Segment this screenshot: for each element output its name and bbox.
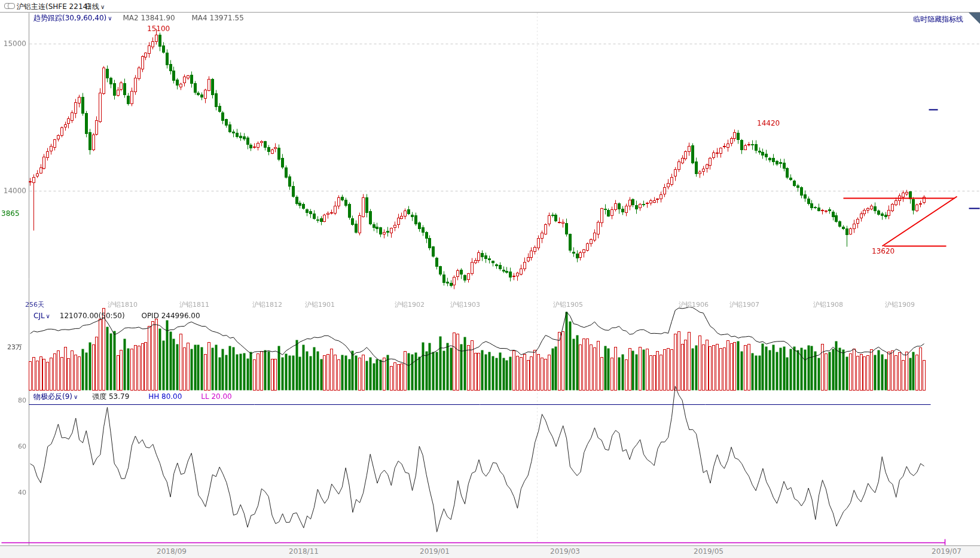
osc-tick-label: 80 bbox=[2, 397, 26, 404]
ma4-value: MA4 13971.55 bbox=[192, 14, 244, 22]
x-axis-contract-label: 沪铝1903 bbox=[450, 300, 480, 309]
chevron-down-icon: ∨ bbox=[108, 15, 112, 22]
date-label: 2019/03 bbox=[550, 547, 580, 556]
x-axis-contract-label: 沪铝1901 bbox=[305, 300, 335, 309]
chevron-down-icon: ∨ bbox=[74, 394, 78, 400]
date-label: 2018/09 bbox=[157, 547, 187, 556]
x-axis-contract-label: 沪铝1906 bbox=[679, 300, 709, 309]
price-indicator-label: 趋势跟踪(30,9,60,40) bbox=[33, 14, 106, 22]
osc-ll: LL 20.00 bbox=[201, 392, 232, 401]
opid-value: OPID 244996.00 bbox=[141, 312, 200, 320]
chart-window: 沪铝主连(SHFE 2214) 日线∨ 趋势跟踪(30,9,60,40)∨ MA… bbox=[0, 0, 980, 558]
link-icon[interactable] bbox=[4, 3, 14, 8]
price-annotation-label: 15100 bbox=[147, 25, 170, 33]
x-axis-contract-label: 沪铝1811 bbox=[179, 300, 209, 309]
x-axis-contract-label: 沪铝1908 bbox=[813, 300, 843, 309]
osc-indicator-selector[interactable]: 物极必反(9)∨ bbox=[33, 392, 78, 401]
osc-indicator-label: 物极必反(9) bbox=[33, 392, 72, 401]
price-annotation-label: 3865 bbox=[1, 209, 20, 218]
title-bar: 沪铝主连(SHFE 2214) 日线∨ bbox=[0, 0, 980, 13]
price-tick-15000: 15000 bbox=[1, 39, 26, 48]
osc-tick-label: 40 bbox=[2, 489, 26, 496]
volume-tick-label: 23万 bbox=[7, 343, 22, 352]
x-axis-contract-label: 沪铝1905 bbox=[553, 300, 583, 309]
date-label: 2019/05 bbox=[694, 547, 723, 556]
osc-hh: HH 80.00 bbox=[148, 392, 182, 401]
osc-pane-header: 物极必反(9)∨ 强度 53.79 HH 80.00 LL 20.00 bbox=[33, 392, 232, 402]
x-axis-contract-label: 沪铝1902 bbox=[395, 300, 425, 309]
volume-value: 121070.00(50:50) bbox=[60, 312, 125, 320]
x-axis-contract-label: 沪铝1812 bbox=[252, 300, 282, 309]
x-axis-contract-label: 沪铝1810 bbox=[108, 300, 138, 309]
date-label: 2019/01 bbox=[420, 547, 450, 556]
instrument-title: 沪铝主连(SHFE 2214) bbox=[17, 2, 90, 12]
date-label: 2018/11 bbox=[289, 547, 319, 556]
period-label: 日线 bbox=[85, 2, 99, 11]
period-selector[interactable]: 日线∨ bbox=[85, 2, 105, 12]
x-axis-contract-label: 沪铝1909 bbox=[885, 300, 915, 309]
price-indicator-selector[interactable]: 趋势跟踪(30,9,60,40)∨ bbox=[33, 14, 112, 22]
date-axis bbox=[0, 545, 980, 558]
date-label: 2019/07 bbox=[932, 547, 961, 556]
price-pane-header: 趋势跟踪(30,9,60,40)∨ MA2 13841.90 MA4 13971… bbox=[33, 13, 244, 23]
chevron-down-icon: ∨ bbox=[100, 4, 105, 10]
ma2-value: MA2 13841.90 bbox=[123, 14, 175, 22]
x-axis-contract-label: 沪铝1907 bbox=[729, 300, 759, 309]
osc-strength: 强度 53.79 bbox=[92, 392, 129, 401]
chart-canvas[interactable] bbox=[0, 0, 980, 558]
volume-indicator-label: CJL bbox=[33, 312, 45, 320]
hide-indicator-link[interactable]: 临时隐藏指标线 bbox=[913, 14, 963, 25]
volume-pane-header: CJL∨ 121070.00(50:50) OPID 244996.00 bbox=[33, 312, 200, 320]
price-annotation-label: 13620 bbox=[872, 247, 894, 255]
price-tick-14000: 14000 bbox=[1, 187, 26, 195]
osc-tick-label: 60 bbox=[2, 443, 26, 450]
corner-notch-icon bbox=[968, 12, 980, 24]
chevron-down-icon: ∨ bbox=[46, 313, 50, 319]
x-axis-contract-label: 256天 bbox=[25, 300, 44, 309]
volume-indicator-selector[interactable]: CJL∨ bbox=[33, 312, 50, 320]
price-annotation-label: 14420 bbox=[757, 119, 780, 127]
